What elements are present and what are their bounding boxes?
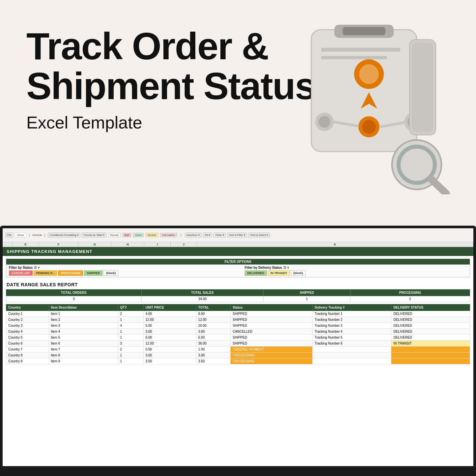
style-good[interactable]: Good	[133, 233, 144, 237]
filter-tag-processing[interactable]: PROCESSING	[58, 270, 83, 276]
hero-title: Track Order & Shipment Status	[26, 26, 315, 106]
style-calc[interactable]: Calculation	[160, 233, 177, 237]
col-country: Country	[6, 304, 49, 311]
cell-delivery-status	[391, 358, 470, 364]
cell-country: Country 6	[6, 341, 49, 347]
cell-unit-price: 3.00	[143, 329, 196, 335]
svg-rect-3	[321, 48, 400, 52]
cell-tracking: Tracking Number 5	[312, 335, 391, 341]
ribbon-file-tab[interactable]: File	[5, 233, 14, 238]
cell-item: Item 6	[49, 341, 118, 347]
table-row: Country 5 Item 5 1 6.00 6.00 SHIPPED Tra…	[6, 335, 470, 341]
filter-delivery-icon: ☰ ▾	[283, 266, 289, 269]
filter-tag-delivered[interactable]: DELIVERED	[245, 270, 267, 276]
cell-qty: 1	[118, 317, 143, 323]
report-title: DATE RANGE SALES REPORT	[3, 280, 473, 288]
filter-tag-in-transit[interactable]: IN TRANSIT	[268, 270, 290, 276]
cell-delivery-status: DELIVERED	[391, 329, 470, 335]
style-neutral[interactable]: Neutral	[146, 233, 158, 237]
ribbon-home-tab[interactable]: Home	[15, 233, 26, 238]
cell-tracking	[312, 347, 391, 352]
style-normal[interactable]: Normal	[108, 233, 121, 237]
sheet-title: SHIPPING TRACKING MANAGEMENT	[3, 247, 473, 256]
cell-item: Item 4	[49, 329, 118, 335]
ribbon-format-as-table[interactable]: Format as Table ▾	[82, 233, 106, 238]
cell-total: 8.00	[196, 311, 230, 317]
table-row: Country 7 Item 7 2 0.50 1.00 PENDING PAY…	[6, 347, 470, 352]
status-filter-tags[interactable]: CANCELLED PENDING P... PROCESSING SHIPPE…	[9, 270, 232, 276]
cell-unit-price: 3.00	[143, 352, 196, 358]
ribbon-find-select[interactable]: Find & Select ▾	[248, 233, 270, 238]
filter-delivery-label-row: Filter by Delivery Status ☰ ▾	[245, 266, 467, 269]
cell-country: Country 3	[6, 323, 49, 329]
col-header-E: E	[13, 242, 39, 247]
cell-qty: 2	[118, 347, 143, 352]
svg-rect-19	[412, 43, 433, 132]
col-item: Item Describtion	[49, 304, 118, 311]
cell-country: Country 7	[6, 347, 49, 352]
col-header-F: F	[39, 242, 78, 247]
cell-unit-price: 6.00	[143, 335, 196, 341]
cell-qty: 1	[118, 352, 143, 358]
filter-tag-cancelled[interactable]: CANCELLED	[9, 270, 33, 276]
table-row: Country 9 Item 9 1 3.50 3.50 PROCESSING	[6, 358, 470, 364]
cell-country: Country 9	[6, 358, 49, 364]
delivery-filter-tags[interactable]: DELIVERED IN TRANSIT (blank)	[245, 270, 467, 276]
filter-status-label-row: Filter by Status ☰ ▾	[9, 266, 232, 269]
col-header-rownum	[3, 242, 13, 247]
col-header-I: I	[144, 242, 171, 247]
col-header-G: G	[78, 242, 111, 247]
summary-header-total-sales: TOTAL SALES	[142, 290, 264, 296]
col-unit-price: UNIT PRICE	[143, 304, 196, 311]
ribbon-fill[interactable]: Fill ▾	[203, 233, 212, 238]
cell-unit-price: 5.00	[143, 323, 196, 329]
cell-status: PROCESSING	[231, 352, 313, 358]
ribbon-sep2: |	[44, 234, 45, 237]
cell-status: SHIPPED	[231, 335, 313, 341]
cell-status: SHIPPED	[231, 311, 313, 317]
summary-header-processing: PROCESSING	[350, 290, 470, 296]
svg-point-10	[362, 120, 376, 134]
cell-tracking: Tracking Number 1	[312, 311, 391, 317]
cell-tracking: Tracking Number 2	[312, 317, 391, 323]
cell-delivery-status: DELIVERED	[391, 335, 470, 341]
style-bad[interactable]: Bad	[123, 233, 131, 237]
cell-status: PROCESSING	[231, 358, 313, 364]
cell-qty: 1	[118, 335, 143, 341]
svg-point-8	[319, 116, 330, 128]
cell-unit-price: 12.00	[143, 341, 196, 347]
filter-tag-shipped[interactable]: SHIPPED	[84, 270, 102, 276]
cell-country: Country 2	[6, 317, 49, 323]
filter-delivery-label: Filter by Delivery Status	[245, 266, 282, 269]
ribbon-autosum[interactable]: AutoSum ▾	[185, 233, 202, 238]
ribbon-sep: |	[29, 234, 30, 237]
summary-val-shipped: 1	[264, 296, 350, 302]
cell-country: Country 4	[6, 329, 49, 335]
filter-tag-blank-status[interactable]: (blank)	[103, 270, 119, 276]
col-status: Status	[231, 304, 313, 311]
cell-total: 1.00	[196, 347, 230, 352]
cell-delivery-status: IN TRANSIT	[391, 341, 470, 347]
cell-tracking: Tracking Number 6	[312, 341, 391, 347]
cell-status: CANCELLED	[231, 329, 313, 335]
cell-status: PENDING PAYMENT	[231, 347, 313, 352]
cell-unit-price: 4.00	[143, 311, 196, 317]
filter-options-header: FILTER OPTIONS	[6, 259, 470, 265]
cell-qty: 1	[118, 358, 143, 364]
hero-title-line2: Shipment Status	[26, 65, 315, 107]
ribbon-conditional-formatting[interactable]: Conditional Formatting ▾	[48, 233, 80, 238]
cell-qty: 1	[118, 329, 143, 335]
svg-line-17	[432, 180, 446, 194]
summary-val-total-sales: 34.00	[142, 296, 264, 302]
ribbon-sort-filter[interactable]: Sort & Filter ▾	[227, 233, 247, 238]
filter-status-label: Filter by Status	[9, 266, 33, 269]
ribbon-general-label: General	[32, 234, 42, 237]
filter-tag-blank-delivery[interactable]: (blank)	[291, 270, 306, 276]
ribbon-clear[interactable]: Clear ▾	[213, 233, 226, 238]
cell-country: Country 1	[6, 311, 49, 317]
monitor-container: File Home | General | Conditional Format…	[0, 219, 476, 476]
cell-status: SHIPPED	[231, 341, 313, 347]
cell-item: Item 8	[49, 352, 118, 358]
filter-tag-pending[interactable]: PENDING P...	[34, 270, 57, 276]
filter-by-status-group: Filter by Status ☰ ▾ CANCELLED PENDING P…	[9, 266, 232, 276]
